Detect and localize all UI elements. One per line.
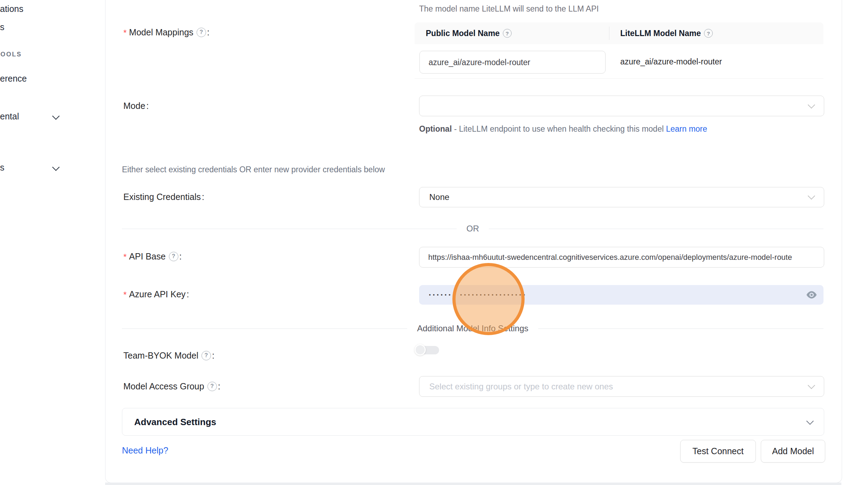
- table-row-separator: [415, 78, 823, 79]
- model-access-group-select[interactable]: Select existing groups or type to create…: [419, 376, 824, 397]
- add-model-button[interactable]: Add Model: [761, 440, 825, 463]
- azure-api-key-label: * Azure API Key :: [123, 288, 189, 300]
- help-icon[interactable]: ?: [503, 29, 512, 38]
- required-mark: *: [123, 28, 127, 38]
- add-model-page: ations s TOOLS erence ental s The model …: [0, 0, 868, 485]
- sidebar-item[interactable]: s: [0, 21, 5, 33]
- help-icon[interactable]: ?: [704, 29, 713, 38]
- required-mark: *: [123, 290, 127, 300]
- model-name-hint: The model name LiteLLM will send to the …: [419, 4, 599, 14]
- help-icon[interactable]: ?: [207, 382, 217, 391]
- sidebar-item-inference[interactable]: erence: [0, 72, 27, 84]
- optional-label: Optional: [419, 124, 452, 133]
- help-icon[interactable]: ?: [201, 351, 211, 360]
- sidebar-item-label: s: [0, 22, 5, 32]
- sidebar-item-label: ations: [0, 4, 23, 14]
- sidebar-section-tools: TOOLS: [0, 50, 22, 58]
- model-mappings-label: * Model Mappings ? :: [123, 26, 210, 39]
- chevron-down-icon[interactable]: [52, 164, 60, 171]
- help-icon[interactable]: ?: [197, 28, 206, 37]
- help-icon[interactable]: ?: [169, 252, 178, 261]
- model-access-group-label: Model Access Group ? :: [123, 380, 220, 393]
- advanced-settings-label: Advanced Settings: [134, 416, 216, 427]
- existing-credentials-label: Existing Credentials :: [123, 190, 204, 203]
- mode-select[interactable]: [419, 96, 824, 116]
- public-model-name-value: azure_ai/azure-model-router: [429, 57, 600, 67]
- litellm-model-name-value: azure_ai/azure-model-router: [620, 57, 722, 67]
- or-divider: OR: [122, 224, 823, 233]
- litellm-model-name-header: LiteLLM Model Name ?: [620, 29, 713, 38]
- existing-credentials-value: None: [429, 192, 449, 202]
- learn-more-link[interactable]: Learn more: [666, 124, 707, 133]
- chevron-down-icon: [806, 417, 814, 424]
- sidebar: ations s TOOLS erence ental s: [0, 0, 105, 485]
- sidebar-item-experimental[interactable]: ental: [0, 110, 19, 122]
- credentials-note: Either select existing credentials OR en…: [122, 164, 385, 175]
- test-connect-button[interactable]: Test Connect: [680, 440, 756, 463]
- required-mark: *: [123, 252, 127, 262]
- model-access-group-placeholder: Select existing groups or type to create…: [429, 382, 613, 392]
- mapping-table-header: Public Model Name ? LiteLLM Model Name ?: [415, 22, 823, 44]
- sidebar-item-settings[interactable]: s: [0, 161, 5, 173]
- chevron-down-icon[interactable]: [52, 112, 60, 120]
- click-indicator: [452, 263, 525, 335]
- toggle-knob: [415, 344, 426, 355]
- api-base-label: * API Base ? :: [123, 250, 182, 263]
- column-divider: [609, 27, 609, 40]
- chevron-down-icon: [808, 101, 815, 108]
- public-model-name-input[interactable]: azure_ai/azure-model-router: [419, 51, 606, 74]
- public-model-name-header: Public Model Name ?: [426, 29, 512, 38]
- advanced-settings-panel[interactable]: Advanced Settings: [122, 408, 824, 436]
- api-base-value: https://ishaa-mh6uutut-swedencentral.cog…: [428, 253, 819, 262]
- mode-label: Mode :: [123, 99, 149, 112]
- need-help-link[interactable]: Need Help?: [122, 445, 168, 456]
- sidebar-item-organizations[interactable]: ations: [0, 3, 23, 15]
- chevron-down-icon: [808, 381, 815, 389]
- sidebar-item-label: ental: [0, 111, 19, 121]
- team-byok-toggle[interactable]: [415, 344, 442, 356]
- mode-hint: Optional - LiteLLM endpoint to use when …: [419, 122, 710, 136]
- sidebar-item-label: erence: [0, 74, 27, 83]
- page-background-strip: [105, 483, 841, 485]
- existing-credentials-select[interactable]: None: [419, 187, 824, 207]
- eye-icon[interactable]: [806, 290, 817, 299]
- team-byok-label: Team-BYOK Model ? :: [123, 349, 214, 362]
- chevron-down-icon: [808, 192, 815, 200]
- sidebar-item-label: s: [0, 162, 5, 172]
